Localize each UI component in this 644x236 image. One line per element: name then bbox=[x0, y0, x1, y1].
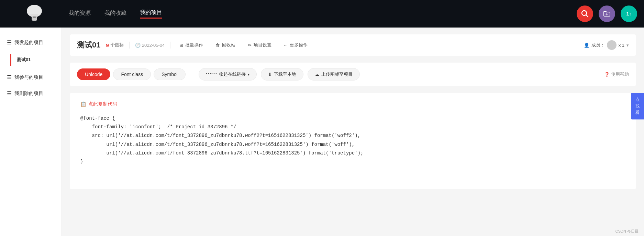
deleted-icon: ☰ bbox=[7, 90, 12, 97]
upload-icon: ☁ bbox=[315, 72, 319, 77]
upload-label: 上传图标至项目 bbox=[321, 71, 353, 77]
sidebar-label-joined-projects: 我参与的项目 bbox=[14, 74, 43, 81]
code-block: 📋 点此复制代码 @font-face { font-family: 'icon… bbox=[70, 93, 636, 189]
copy-label: 点此复制代码 bbox=[88, 101, 117, 107]
sidebar-item-joined-projects[interactable]: ☰ 我参与的项目 bbox=[0, 69, 62, 85]
download-icon: ⬇ bbox=[268, 72, 272, 77]
sidebar-item-my-projects[interactable]: ☰ 我发起的项目 bbox=[0, 34, 62, 51]
search-button[interactable] bbox=[577, 6, 593, 22]
recycle-button[interactable]: 🗑 回收站 bbox=[212, 41, 239, 50]
project-title: 测试01 bbox=[77, 40, 100, 50]
help-link[interactable]: ❓ 使用帮助 bbox=[604, 71, 629, 77]
clock-icon: 🕐 bbox=[135, 43, 141, 48]
nav-right: 1↑ bbox=[577, 6, 637, 22]
project-date-value: 2022-05-04 bbox=[142, 43, 165, 48]
search-icon bbox=[581, 10, 589, 18]
member-area: 👤 成员： x 1 ▾ bbox=[584, 40, 629, 50]
member-icon: 👤 bbox=[584, 43, 589, 48]
tab-symbol[interactable]: Symbol bbox=[154, 68, 186, 80]
sidebar-sub: 测试01 bbox=[0, 51, 62, 69]
sidebar-sub-item-test01[interactable]: 测试01 bbox=[10, 54, 62, 66]
divider-2 bbox=[170, 42, 170, 49]
help-label: 使用帮助 bbox=[611, 71, 629, 77]
nav-my-resources[interactable]: 我的资源 bbox=[69, 10, 91, 18]
more-actions-button[interactable]: ··· 更多操作 bbox=[280, 41, 311, 50]
main-content: 测试01 9 个图标 🕐 2022-05-04 ⊞ 批量操作 🗑 回收站 ✏ 项… bbox=[62, 28, 644, 236]
copy-code-button[interactable]: 📋 点此复制代码 bbox=[80, 101, 625, 107]
sidebar-sub-label: 测试01 bbox=[17, 57, 31, 63]
nav-my-favorites[interactable]: 我的收藏 bbox=[104, 10, 126, 18]
tab-fontclass[interactable]: Font class bbox=[113, 68, 151, 80]
upload-icon-button[interactable]: ☁ 上传图标至项目 bbox=[308, 68, 360, 81]
svg-line-5 bbox=[586, 15, 588, 17]
project-header: 测试01 9 个图标 🕐 2022-05-04 ⊞ 批量操作 🗑 回收站 ✏ 项… bbox=[70, 34, 636, 56]
page-layout: ☰ 我发起的项目 测试01 ☰ 我参与的项目 ☰ 我删除的项目 测试01 9 个… bbox=[0, 28, 644, 236]
sidebar-label-deleted-projects: 我删除的项目 bbox=[14, 90, 43, 97]
settings-label: 项目设置 bbox=[254, 42, 271, 48]
more-icon: ··· bbox=[284, 43, 288, 48]
member-count: x 1 bbox=[619, 43, 624, 48]
header-right: 👤 成员： x 1 ▾ bbox=[584, 40, 629, 50]
nav-my-projects[interactable]: 我的项目 bbox=[140, 9, 162, 19]
project-icon: ☰ bbox=[7, 39, 12, 46]
logo-area bbox=[7, 3, 62, 24]
download-label: 下载至本地 bbox=[274, 71, 296, 77]
sidebar-item-deleted-projects[interactable]: ☰ 我删除的项目 bbox=[0, 85, 62, 101]
divider-1 bbox=[129, 42, 130, 49]
recycle-label: 回收站 bbox=[222, 42, 235, 48]
logo-icon bbox=[24, 3, 45, 24]
chevron-down-icon: ▾ bbox=[248, 73, 249, 76]
project-count-area: 9 个图标 bbox=[106, 42, 123, 48]
copy-icon: 📋 bbox=[80, 101, 86, 107]
sidebar: ☰ 我发起的项目 测试01 ☰ 我参与的项目 ☰ 我删除的项目 bbox=[0, 28, 62, 236]
tab-bar: Unicode Font class Symbol 〰〰 收起在线链接 ▾ ⬇ … bbox=[70, 63, 636, 86]
floating-side-card[interactable]: 点找看 bbox=[631, 93, 644, 120]
member-label: 成员： bbox=[591, 42, 605, 48]
folder-icon bbox=[603, 10, 611, 18]
link-icon: 〰〰 bbox=[206, 71, 217, 77]
chevron-down-icon[interactable]: ▾ bbox=[626, 43, 629, 48]
floating-card-label[interactable]: 点找看 bbox=[631, 93, 644, 120]
svg-rect-3 bbox=[33, 17, 36, 18]
trash-icon: 🗑 bbox=[215, 43, 220, 48]
batch-label: 批量操作 bbox=[185, 42, 203, 48]
batch-icon: ⊞ bbox=[179, 43, 183, 48]
svg-rect-1 bbox=[30, 14, 38, 16]
code-content: @font-face { font-family: 'iconfont'; /*… bbox=[80, 114, 625, 166]
edit-icon: ✏ bbox=[248, 43, 252, 48]
tab-action-group: 〰〰 收起在线链接 ▾ ⬇ 下载至本地 ☁ 上传图标至项目 bbox=[199, 68, 360, 81]
avatar bbox=[607, 40, 617, 50]
sidebar-label-my-projects: 我发起的项目 bbox=[14, 40, 43, 46]
nav-links: 我的资源 我的收藏 我的项目 bbox=[69, 9, 162, 19]
collapse-link-button[interactable]: 〰〰 收起在线链接 ▾ bbox=[199, 68, 257, 81]
footer-label: CSDN 今日最 bbox=[615, 229, 639, 233]
project-count-label: 个图标 bbox=[110, 42, 124, 48]
download-local-button[interactable]: ⬇ 下载至本地 bbox=[261, 68, 303, 81]
project-date: 🕐 2022-05-04 bbox=[135, 43, 165, 48]
folder-button[interactable] bbox=[599, 6, 615, 22]
more-label: 更多操作 bbox=[290, 42, 308, 48]
tab-unicode[interactable]: Unicode bbox=[77, 68, 110, 80]
joined-icon: ☰ bbox=[7, 74, 12, 81]
footer: CSDN 今日最 bbox=[610, 227, 644, 236]
batch-action-button[interactable]: ⊞ 批量操作 bbox=[176, 41, 207, 50]
top-nav: 我的资源 我的收藏 我的项目 1↑ bbox=[0, 0, 644, 28]
user-button[interactable]: 1↑ bbox=[621, 6, 637, 22]
project-count-number: 9 bbox=[106, 42, 109, 48]
collapse-label: 收起在线链接 bbox=[219, 71, 246, 77]
settings-button[interactable]: ✏ 项目设置 bbox=[244, 41, 275, 50]
help-icon: ❓ bbox=[604, 72, 610, 77]
